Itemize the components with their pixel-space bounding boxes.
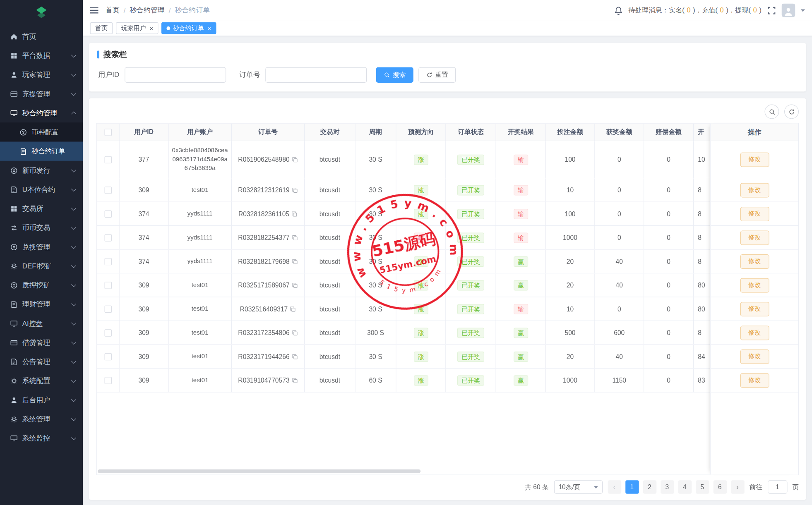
copy-icon[interactable] xyxy=(291,211,298,217)
row-checkbox[interactable] xyxy=(104,156,112,163)
header-cell-text: 赔偿金额 xyxy=(656,128,682,136)
status-tag: 已开奖 xyxy=(457,351,484,361)
copy-icon[interactable] xyxy=(292,377,298,383)
tab-item[interactable]: 首页 xyxy=(90,22,113,34)
cell-text: 30 S xyxy=(369,282,382,289)
reset-button[interactable]: 重置 xyxy=(418,67,456,83)
sidebar-item-defi-mining[interactable]: DEFI挖矿 xyxy=(0,256,83,275)
modify-button[interactable]: 修改 xyxy=(740,254,769,268)
horizontal-scrollbar[interactable] xyxy=(98,469,420,473)
row-checkbox[interactable] xyxy=(104,353,112,360)
cell-text: btcusdt xyxy=(320,234,340,242)
sidebar-item-system-monitor[interactable]: 系统监控 xyxy=(0,428,83,448)
page-number-button[interactable]: 4 xyxy=(678,480,692,494)
copy-icon[interactable] xyxy=(292,353,298,359)
next-page-button[interactable]: › xyxy=(731,480,745,494)
modify-button[interactable]: 修改 xyxy=(740,302,769,316)
copy-icon[interactable] xyxy=(292,156,298,163)
bell-icon[interactable] xyxy=(614,6,622,14)
sidebar-item-loan-manage[interactable]: 借贷管理 xyxy=(0,333,83,352)
page-number-button[interactable]: 2 xyxy=(643,480,656,494)
breadcrumb-item[interactable]: 首页 xyxy=(106,6,120,15)
copy-icon[interactable] xyxy=(292,187,298,193)
fullscreen-icon[interactable] xyxy=(767,6,776,14)
breadcrumb-item[interactable]: 秒合约管理 xyxy=(130,6,164,15)
row-checkbox[interactable] xyxy=(104,258,112,265)
modify-button[interactable]: 修改 xyxy=(740,373,769,388)
coin-trade-icon xyxy=(10,224,18,232)
page-number-button[interactable]: 6 xyxy=(713,480,727,494)
sidebar-item-home[interactable]: 首页 xyxy=(0,27,83,46)
modify-button[interactable]: 修改 xyxy=(740,349,769,364)
sidebar-item-ai-control[interactable]: AI控盘 xyxy=(0,314,83,333)
pending-message-label: 提现 xyxy=(735,6,749,14)
user-avatar[interactable] xyxy=(782,4,795,17)
search-input-order-no[interactable] xyxy=(265,67,367,83)
copy-icon[interactable] xyxy=(290,306,296,312)
sidebar-item-system-config[interactable]: 系统配置 xyxy=(0,371,83,390)
chevron-down-icon xyxy=(71,320,76,325)
row-checkbox[interactable] xyxy=(104,377,112,384)
search-input-user-id[interactable] xyxy=(125,67,226,83)
row-checkbox[interactable] xyxy=(104,305,112,313)
table-row: 309test01R0319104770573btcusdt60 S涨已开奖赢1… xyxy=(97,369,711,393)
sidebar-subitem-coin-config[interactable]: 币种配置 xyxy=(0,122,83,141)
copy-icon[interactable] xyxy=(292,282,298,288)
tab-item[interactable]: 玩家用户× xyxy=(116,22,159,34)
sidebar-item-system-manage[interactable]: 系统管理 xyxy=(0,409,83,428)
page-number-button[interactable]: 1 xyxy=(625,480,639,494)
modify-button[interactable]: 修改 xyxy=(740,152,769,167)
sidebar-item-deposit-withdraw[interactable]: 充提管理 xyxy=(0,84,83,103)
sidebar-item-player-manage[interactable]: 玩家管理 xyxy=(0,65,83,84)
modify-button[interactable]: 修改 xyxy=(740,278,769,292)
copy-icon[interactable] xyxy=(292,235,298,241)
jump-page-input[interactable] xyxy=(767,480,787,494)
table-search-button[interactable] xyxy=(765,105,779,119)
cell-order-no: R0328182179698 xyxy=(232,250,305,273)
row-checkbox[interactable] xyxy=(104,282,112,289)
cell-extra: 10 xyxy=(694,141,710,178)
order-no-text: R0328182179698 xyxy=(238,258,289,265)
page-number-button[interactable]: 3 xyxy=(661,480,674,494)
cell-text: test01 xyxy=(192,280,209,290)
search-button[interactable]: 搜索 xyxy=(376,67,413,83)
tab-close-icon[interactable]: × xyxy=(149,25,153,31)
sidebar-item-notice-manage[interactable]: 公告管理 xyxy=(0,352,83,371)
modify-button[interactable]: 修改 xyxy=(740,206,769,221)
sidebar-item-label: 玩家管理 xyxy=(22,70,67,79)
sidebar: 首页平台数据玩家管理充提管理秒合约管理币种配置秒合约订单新币发行U本位合约交易所… xyxy=(0,0,83,505)
tab-item[interactable]: 秒合约订单× xyxy=(161,22,216,34)
select-all-checkbox[interactable] xyxy=(104,129,112,136)
sidebar-item-swap-manage[interactable]: 兑换管理 xyxy=(0,237,83,256)
header-cell: 交易对 xyxy=(305,124,356,141)
table-fixed-column: 操作修改修改修改修改修改修改修改修改修改修改 xyxy=(710,124,798,475)
tab-close-icon[interactable]: × xyxy=(207,25,211,31)
sidebar-item-exchange[interactable]: 交易所 xyxy=(0,199,83,218)
sidebar-item-u-contract[interactable]: U本位合约 xyxy=(0,180,83,199)
row-checkbox[interactable] xyxy=(104,187,112,194)
row-checkbox[interactable] xyxy=(104,234,112,242)
modify-button[interactable]: 修改 xyxy=(740,183,769,197)
table-row: 309test01R0323172354806btcusdt300 S涨已开奖赢… xyxy=(97,321,711,345)
sidebar-item-coin-trade[interactable]: 币币交易 xyxy=(0,218,83,237)
sidebar-item-stake-mining[interactable]: 质押挖矿 xyxy=(0,275,83,294)
copy-icon[interactable] xyxy=(292,258,298,264)
modify-button[interactable]: 修改 xyxy=(740,325,769,340)
user-menu-caret-icon[interactable] xyxy=(801,9,805,12)
sidebar-item-finance-manage[interactable]: 理财管理 xyxy=(0,295,83,314)
modify-button[interactable]: 修改 xyxy=(740,230,769,245)
page-number-button[interactable]: 5 xyxy=(696,480,709,494)
copy-icon[interactable] xyxy=(292,330,298,336)
menu-toggle-icon[interactable] xyxy=(90,7,98,14)
sidebar-subitem-seconds-order[interactable]: 秒合约订单 xyxy=(0,142,83,161)
prev-page-button[interactable]: ‹ xyxy=(608,480,621,494)
cell-select xyxy=(97,226,120,249)
sidebar-item-platform-data[interactable]: 平台数据 xyxy=(0,46,83,65)
row-checkbox[interactable] xyxy=(104,329,112,337)
page-size-select[interactable]: 10条/页 xyxy=(554,480,603,494)
sidebar-item-admin-user[interactable]: 后台用户 xyxy=(0,390,83,409)
sidebar-item-new-coin[interactable]: 新币发行 xyxy=(0,161,83,180)
row-checkbox[interactable] xyxy=(104,210,112,218)
table-refresh-button[interactable] xyxy=(784,105,799,119)
sidebar-item-seconds-contract[interactable]: 秒合约管理 xyxy=(0,103,83,122)
